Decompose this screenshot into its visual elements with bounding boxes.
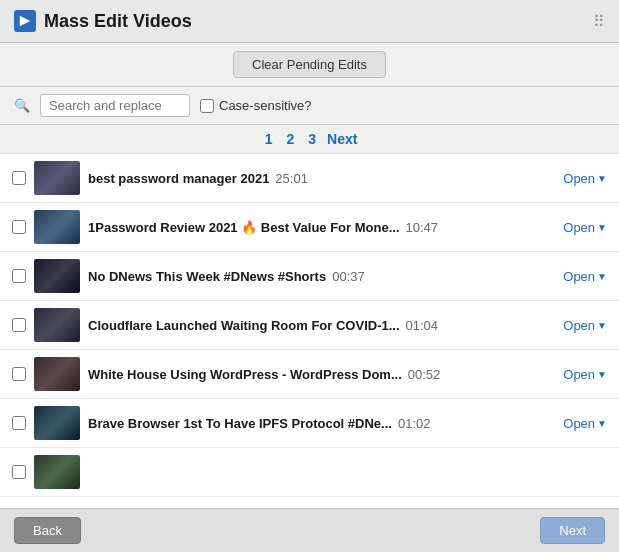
- table-row: Cloudflare Launched Waiting Room For COV…: [0, 301, 619, 350]
- back-button[interactable]: Back: [14, 517, 81, 544]
- video-thumbnail: [34, 259, 80, 293]
- page-1[interactable]: 1: [262, 131, 276, 147]
- open-button[interactable]: Open ▼: [563, 269, 607, 284]
- row-checkbox[interactable]: [12, 465, 26, 479]
- video-thumbnail: [34, 210, 80, 244]
- video-title: Cloudflare Launched Waiting Room For COV…: [88, 318, 400, 333]
- video-thumbnail: [34, 308, 80, 342]
- video-list: best password manager 2021 25:01 Open ▼ …: [0, 154, 619, 508]
- video-info: No DNews This Week #DNews #Shorts 00:37: [88, 269, 555, 284]
- toolbar: Clear Pending Edits: [0, 43, 619, 87]
- video-title: best password manager 2021: [88, 171, 269, 186]
- page-3[interactable]: 3: [305, 131, 319, 147]
- video-duration: 00:37: [332, 269, 365, 284]
- pagination-next[interactable]: Next: [327, 131, 357, 147]
- case-sensitive-checkbox[interactable]: [200, 99, 214, 113]
- open-arrow-icon: ▼: [597, 320, 607, 331]
- video-title: 1Password Review 2021 🔥 Best Value For M…: [88, 220, 400, 235]
- open-button[interactable]: Open ▼: [563, 367, 607, 382]
- row-checkbox[interactable]: [12, 220, 26, 234]
- page-2[interactable]: 2: [283, 131, 297, 147]
- video-duration: 01:02: [398, 416, 431, 431]
- open-arrow-icon: ▼: [597, 369, 607, 380]
- video-title: White House Using WordPress - WordPress …: [88, 367, 402, 382]
- table-row: Brave Browser 1st To Have IPFS Protocol …: [0, 399, 619, 448]
- open-arrow-icon: ▼: [597, 418, 607, 429]
- table-row: best password manager 2021 25:01 Open ▼: [0, 154, 619, 203]
- video-info: Brave Browser 1st To Have IPFS Protocol …: [88, 416, 555, 431]
- grip-icon[interactable]: ⠿: [593, 12, 605, 31]
- open-button[interactable]: Open ▼: [563, 171, 607, 186]
- case-sensitive-label: Case-sensitive?: [200, 98, 312, 113]
- video-info: 1Password Review 2021 🔥 Best Value For M…: [88, 220, 555, 235]
- open-arrow-icon: ▼: [597, 173, 607, 184]
- video-title: Brave Browser 1st To Have IPFS Protocol …: [88, 416, 392, 431]
- app-icon: [14, 10, 36, 32]
- table-row: [0, 448, 619, 497]
- search-bar: 🔍 Case-sensitive?: [0, 87, 619, 125]
- next-button[interactable]: Next: [540, 517, 605, 544]
- video-title: No DNews This Week #DNews #Shorts: [88, 269, 326, 284]
- row-checkbox[interactable]: [12, 171, 26, 185]
- table-row: 1Password Review 2021 🔥 Best Value For M…: [0, 203, 619, 252]
- footer: Back Next: [0, 508, 619, 552]
- row-checkbox[interactable]: [12, 367, 26, 381]
- svg-marker-0: [20, 16, 31, 27]
- row-checkbox[interactable]: [12, 416, 26, 430]
- row-checkbox[interactable]: [12, 318, 26, 332]
- video-duration: 01:04: [406, 318, 439, 333]
- header: Mass Edit Videos ⠿: [0, 0, 619, 43]
- row-checkbox[interactable]: [12, 269, 26, 283]
- page-title: Mass Edit Videos: [44, 11, 585, 32]
- clear-pending-button[interactable]: Clear Pending Edits: [233, 51, 386, 78]
- table-row: White House Using WordPress - WordPress …: [0, 350, 619, 399]
- open-button[interactable]: Open ▼: [563, 220, 607, 235]
- video-info: White House Using WordPress - WordPress …: [88, 367, 555, 382]
- open-button[interactable]: Open ▼: [563, 318, 607, 333]
- search-input[interactable]: [40, 94, 190, 117]
- open-arrow-icon: ▼: [597, 271, 607, 282]
- open-button[interactable]: Open ▼: [563, 416, 607, 431]
- video-info: Cloudflare Launched Waiting Room For COV…: [88, 318, 555, 333]
- video-thumbnail: [34, 406, 80, 440]
- pagination: 1 2 3 Next: [0, 125, 619, 154]
- video-thumbnail: [34, 455, 80, 489]
- search-icon: 🔍: [14, 98, 30, 113]
- video-duration: 25:01: [275, 171, 308, 186]
- video-info: best password manager 2021 25:01: [88, 171, 555, 186]
- video-thumbnail: [34, 357, 80, 391]
- video-thumbnail: [34, 161, 80, 195]
- video-duration: 10:47: [406, 220, 439, 235]
- open-arrow-icon: ▼: [597, 222, 607, 233]
- video-duration: 00:52: [408, 367, 441, 382]
- table-row: No DNews This Week #DNews #Shorts 00:37 …: [0, 252, 619, 301]
